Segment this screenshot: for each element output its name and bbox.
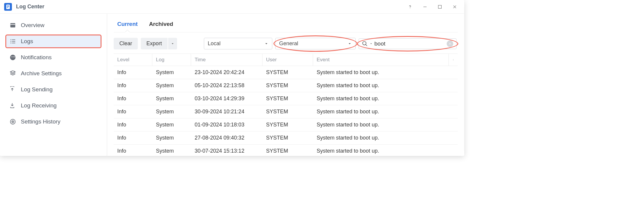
cell-time: 30-07-2024 15:13:12 (191, 148, 262, 154)
cell-log: System (152, 122, 191, 128)
svg-point-13 (10, 43, 11, 43)
column-options-button[interactable] (449, 54, 458, 66)
search-icon (362, 41, 368, 47)
col-user[interactable]: User (262, 54, 313, 66)
category-select[interactable]: General (275, 38, 356, 49)
svg-rect-16 (12, 43, 15, 43)
cell-time: 03-10-2024 14:29:39 (191, 96, 262, 102)
log-sending-icon (10, 86, 16, 93)
table-row[interactable]: InfoSystem05-10-2024 22:13:58SYSTEMSyste… (114, 79, 458, 92)
sidebar-item-label: Log Receiving (21, 102, 57, 109)
cell-log: System (152, 135, 191, 141)
col-time[interactable]: Time (191, 54, 262, 66)
col-event[interactable]: Event (313, 54, 449, 66)
svg-rect-1 (7, 5, 9, 6)
table-body[interactable]: InfoSystem23-10-2024 20:42:24SYSTEMSyste… (114, 66, 458, 156)
chevron-down-icon (370, 42, 373, 45)
kebab-icon (452, 57, 454, 62)
notifications-icon (10, 54, 16, 61)
sidebar-item-settings-history[interactable]: Settings History (5, 115, 101, 129)
export-dropdown-button[interactable] (168, 38, 177, 49)
sidebar-item-label: Logs (21, 38, 33, 45)
cell-user: SYSTEM (262, 96, 313, 102)
cell-level: Info (114, 148, 152, 154)
window-title: Log Center (16, 4, 44, 10)
svg-point-18 (363, 41, 366, 45)
sidebar-item-archive-settings[interactable]: Archive Settings (5, 67, 101, 80)
cell-log: System (152, 148, 191, 154)
search-clear-button[interactable] (447, 40, 453, 47)
sidebar-item-label: Archive Settings (21, 70, 62, 77)
sidebar-item-notifications[interactable]: Notifications (5, 51, 101, 64)
close-icon (448, 42, 452, 46)
category-select-value: General (279, 40, 298, 47)
maximize-button[interactable] (434, 1, 445, 12)
table-row[interactable]: InfoSystem03-10-2024 14:29:39SYSTEMSyste… (114, 92, 458, 105)
overview-icon (10, 22, 16, 29)
clear-button[interactable]: Clear (114, 38, 138, 49)
cell-time: 30-09-2024 10:21:24 (191, 109, 262, 115)
search-box[interactable] (359, 38, 457, 49)
cell-event: System started to boot up. (313, 109, 449, 115)
svg-point-24 (453, 60, 454, 60)
col-log[interactable]: Log (152, 54, 191, 66)
cell-event: System started to boot up. (313, 135, 449, 141)
cell-time: 27-08-2024 09:40:32 (191, 135, 262, 141)
table-row[interactable]: InfoSystem30-07-2024 15:13:12SYSTEMSyste… (114, 145, 458, 156)
titlebar: Log Center (0, 0, 464, 14)
sidebar-item-logs[interactable]: Logs (5, 35, 101, 48)
cell-level: Info (114, 122, 152, 128)
cell-user: SYSTEM (262, 148, 313, 154)
toolbar: Clear Export Local General (114, 32, 458, 54)
export-button[interactable]: Export (141, 38, 168, 49)
source-select-value: Local (208, 40, 221, 47)
cell-log: System (152, 96, 191, 102)
main-panel: Current Archived Clear Export Local (107, 14, 464, 156)
cell-time: 05-10-2024 22:13:58 (191, 82, 262, 89)
settings-history-icon (10, 118, 16, 125)
svg-rect-15 (12, 41, 15, 42)
log-table: Level Log Time User Event InfoSystem23-1… (114, 54, 458, 156)
svg-point-23 (453, 60, 454, 60)
sidebar-item-log-receiving[interactable]: Log Receiving (5, 99, 101, 112)
table-row[interactable]: InfoSystem01-09-2024 10:18:03SYSTEMSyste… (114, 118, 458, 132)
svg-point-12 (10, 41, 11, 42)
table-row[interactable]: InfoSystem27-08-2024 09:40:32SYSTEMSyste… (114, 132, 458, 145)
minimize-button[interactable] (420, 1, 430, 12)
tab-archived[interactable]: Archived (149, 18, 174, 32)
sidebar-item-log-sending[interactable]: Log Sending (5, 83, 101, 96)
svg-line-19 (366, 44, 367, 46)
chevron-down-icon (348, 42, 352, 46)
svg-point-11 (10, 39, 11, 40)
cell-user: SYSTEM (262, 122, 313, 128)
svg-rect-14 (12, 40, 15, 40)
search-input[interactable] (374, 40, 445, 47)
cell-event: System started to boot up. (313, 122, 449, 128)
help-button[interactable] (405, 1, 415, 12)
cell-level: Info (114, 135, 152, 141)
svg-point-17 (12, 121, 13, 122)
log-receiving-icon (10, 102, 16, 109)
svg-rect-5 (438, 5, 442, 8)
cell-log: System (152, 82, 191, 89)
sidebar-item-label: Overview (21, 22, 44, 29)
table-row[interactable]: InfoSystem23-10-2024 20:42:24SYSTEMSyste… (114, 66, 458, 79)
cell-user: SYSTEM (262, 135, 313, 141)
cell-user: SYSTEM (262, 109, 313, 115)
sidebar-item-overview[interactable]: Overview (5, 18, 101, 32)
export-split-button: Export (141, 38, 177, 49)
cell-level: Info (114, 96, 152, 102)
close-button[interactable] (449, 1, 460, 12)
sidebar: Overview Logs Notifications Archive Sett… (0, 14, 107, 156)
sidebar-item-label: Notifications (21, 54, 52, 61)
svg-rect-3 (7, 7, 8, 8)
tabs: Current Archived (114, 18, 458, 32)
table-row[interactable]: InfoSystem30-09-2024 10:21:24SYSTEMSyste… (114, 105, 458, 118)
cell-time: 23-10-2024 20:42:24 (191, 69, 262, 76)
tab-current[interactable]: Current (117, 18, 138, 32)
col-level[interactable]: Level (114, 54, 152, 66)
log-center-window: Log Center Overview Logs Notifications A… (0, 0, 464, 156)
sidebar-item-label: Log Sending (21, 86, 53, 93)
cell-event: System started to boot up. (313, 69, 449, 76)
source-select[interactable]: Local (204, 38, 272, 49)
